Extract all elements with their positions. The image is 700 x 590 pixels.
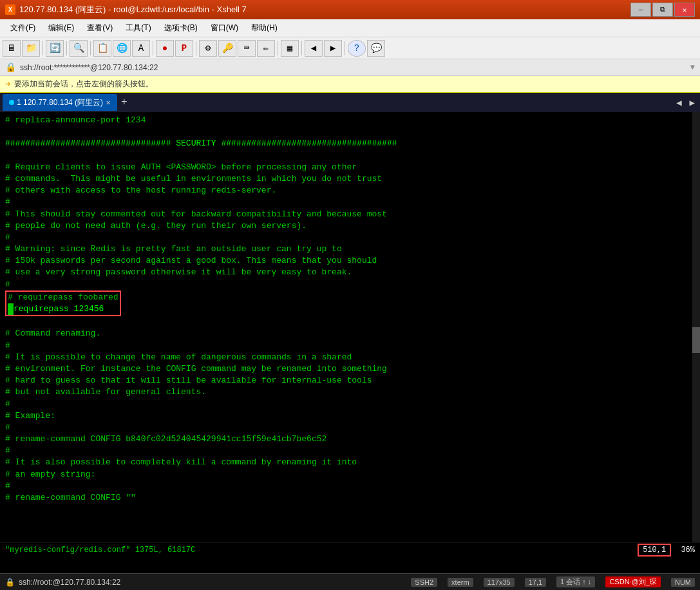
term-line: # It is also possible to completely kill… [5,457,690,468]
term-line: # It is possible to change the name of d… [5,352,690,363]
menu-tools[interactable]: 工具(T) [120,21,156,35]
toolbar-globe[interactable]: 🌐 [113,40,131,57]
bottombar-right: SSH2 xterm 117x35 17,1 1 会话 ↑ ↓ CSDN·@刘_… [411,576,695,587]
term-line [5,150,690,162]
term-line: # people do not need auth (e.g. they run… [5,220,690,232]
term-requirepass-active: requirepass 123456 [8,303,118,315]
toolbar-arrows-left[interactable]: ◀ [305,40,323,57]
term-line: # [5,481,690,492]
menu-edit[interactable]: 编辑(E) [43,21,79,35]
ssh-badge: SSH2 [411,578,437,587]
toolbar-key[interactable]: 🔑 [218,40,236,57]
term-line: # commands. This might be useful in envi… [5,173,690,185]
term-line [5,126,690,138]
titlebar-left: X 120.77.80.134 (阿里云) - root@Lzdwtl:/usr… [5,4,247,15]
session-tab[interactable]: 1 120.77.80.134 (阿里云) ✕ [3,94,117,111]
term-line: # an empty string: [5,469,690,481]
menu-file[interactable]: 文件(F) [5,21,41,35]
toolbar-sep4 [153,41,153,55]
file-info-right: 510,1 36% [638,546,695,555]
file-info-text: "myredis-config/redis.conf" 1375L, 61817… [5,546,195,555]
toolbar-pencil[interactable]: ✏ [257,40,275,57]
term-line: # Command renaming. [5,328,690,339]
tab-indicator [9,100,14,105]
toolbar-search[interactable]: 🔍 [70,40,88,57]
term-line: # others with access to the host running… [5,185,690,196]
term-line: # [5,340,690,352]
arrow-down-icon: ↓ [588,578,592,585]
toolbar-keyboard[interactable]: ⌨ [238,40,256,57]
toolbar-settings[interactable]: ⚙ [199,40,217,57]
tab-next-icon[interactable]: ▶ [687,97,697,108]
toolbar-new[interactable]: 🖥 [3,40,21,57]
term-line: # [5,232,690,243]
scrollbar-thumb[interactable] [692,327,700,353]
toolbar-layout[interactable]: ▦ [281,40,299,57]
toolbar-open[interactable]: 📁 [22,40,40,57]
term-line: # rename-command CONFIG "" [5,492,690,504]
info-text: 要添加当前会话，点击左侧的箭头按钮。 [14,79,153,90]
menubar: 文件(F) 编辑(E) 查看(V) 工具(T) 选项卡(B) 窗口(W) 帮助(… [0,19,700,37]
dropdown-arrow-icon[interactable]: ▼ [690,63,695,72]
term-line: # hard to guess so that it will still be… [5,375,690,386]
tabbar: 1 120.77.80.134 (阿里云) ✕ + ◀ ▶ [0,93,700,112]
bottombar-left: 🔒 ssh://root:@120.77.80.134:22 [5,578,120,587]
tab-prev-icon[interactable]: ◀ [674,97,684,108]
term-line: # [5,399,690,410]
toolbar-sep6 [278,41,278,55]
term-line: # replica-announce-port 1234 [5,115,690,126]
terminal-wrapper[interactable]: # replica-announce-port 1234 ###########… [0,112,700,542]
cursor [8,303,14,315]
tab-nav: ◀ ▶ [674,97,697,108]
term-line: # Warning: since Redis is pretty fast an… [5,243,690,255]
file-info-bar: "myredis-config/redis.conf" 1375L, 61817… [0,542,700,557]
infobar: ➜ 要添加当前会话，点击左侧的箭头按钮。 [0,76,700,93]
toolbar-p[interactable]: P [175,40,193,57]
toolbar-red[interactable]: ● [156,40,174,57]
terminal-scrollbar[interactable] [692,112,700,542]
pos-badge: 17,1 [525,578,546,587]
toolbar-reconnect[interactable]: 🔄 [46,40,64,57]
toolbar-help[interactable]: ? [348,40,366,57]
term-line: # [5,422,690,433]
toolbar-sep7 [301,41,302,55]
toolbar-font[interactable]: A [132,40,150,57]
terminal-content[interactable]: # replica-announce-port 1234 ###########… [0,112,700,542]
app-window: X 120.77.80.134 (阿里云) - root@Lzdwtl:/usr… [0,0,700,590]
term-requirepass-commented: # requirepass foobared [8,292,118,303]
csdn-badge: CSDN·@刘_琛 [605,576,661,587]
term-line: # environment. For instance the CONFIG c… [5,363,690,375]
toolbar-sep3 [90,41,91,55]
term-line-security: ################################# SECURI… [5,138,690,149]
toolbar-chat[interactable]: 💬 [367,40,385,57]
tab-label: 1 120.77.80.134 (阿里云) [17,97,103,108]
titlebar: X 120.77.80.134 (阿里云) - root@Lzdwtl:/usr… [0,0,700,19]
minimize-button[interactable]: — [630,3,651,17]
term-line: # [5,279,690,290]
menu-help[interactable]: 帮助(H) [246,21,283,35]
restore-button[interactable]: ⧉ [652,3,673,17]
toolbar: 🖥 📁 🔄 🔍 📋 🌐 A ● P ⚙ 🔑 ⌨ ✏ ▦ ◀ ▶ ? 💬 [0,37,700,59]
toolbar-sep8 [345,41,345,55]
window-controls: — ⧉ ✕ [630,3,695,17]
bottom-lock-icon: 🔒 [5,578,15,587]
term-line: # [5,196,690,208]
window-title: 120.77.80.134 (阿里云) - root@Lzdwtl:/usr/l… [19,4,247,15]
menu-window[interactable]: 窗口(W) [205,21,243,35]
size-badge: 117x35 [484,578,515,587]
close-button[interactable]: ✕ [674,3,695,17]
toolbar-copy[interactable]: 📋 [93,40,111,57]
arrow-icon: ➜ [5,79,10,90]
toolbar-sep2 [66,41,67,55]
bottombar: 🔒 ssh://root:@120.77.80.134:22 SSH2 xter… [0,573,700,590]
menu-view[interactable]: 查看(V) [82,21,118,35]
tab-close-icon[interactable]: ✕ [106,99,111,106]
term-line [5,316,690,328]
term-line: # This should stay commented out for bac… [5,209,690,220]
num-badge: NUM [671,578,695,587]
menu-tabs[interactable]: 选项卡(B) [159,21,203,35]
toolbar-arrows-right[interactable]: ▶ [324,40,342,57]
new-tab-button[interactable]: + [118,97,130,108]
term-line: # rename-command CONFIG b840fc02d5240454… [5,433,690,445]
xterm-badge: xterm [448,578,473,587]
